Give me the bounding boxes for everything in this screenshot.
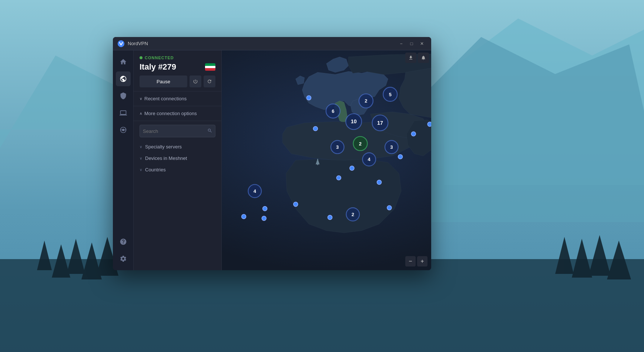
svg-point-14 [118, 40, 124, 47]
map-dot-1 [307, 95, 311, 100]
cluster-node-5[interactable]: 5 [383, 87, 397, 101]
settings-icon [120, 255, 127, 262]
svg-marker-5 [37, 241, 52, 270]
search-input[interactable] [143, 128, 205, 134]
cluster-node-4-left[interactable]: 4 [248, 184, 262, 198]
more-options-label: More connection options [144, 111, 197, 116]
recent-connections-section: ∨ Recent connections [134, 91, 221, 106]
map-dot-12 [242, 214, 246, 219]
sidebar-item-split[interactable] [116, 123, 131, 137]
zoom-out-button[interactable]: − [405, 256, 416, 266]
search-container [134, 121, 221, 141]
cluster-node-4[interactable]: 4 [362, 153, 376, 166]
search-box[interactable] [140, 125, 215, 137]
map-dot-4 [427, 122, 431, 127]
help-icon [120, 238, 127, 245]
recent-connections-header[interactable]: ∨ Recent connections [140, 94, 215, 103]
action-buttons: Pause [140, 76, 215, 87]
map-dot-8 [377, 180, 382, 184]
cluster-node-17[interactable]: 17 [372, 115, 388, 131]
title-bar: NordVPN − □ ✕ [113, 37, 431, 50]
app-body: CONNECTED Italy #279 Pause [113, 50, 431, 270]
map-dot-7 [336, 176, 341, 180]
connected-dot [140, 56, 142, 59]
window-title: NordVPN [128, 41, 396, 46]
meshnet-item[interactable]: ∨ Devices in Meshnet [134, 152, 221, 164]
svg-text:17: 17 [377, 120, 383, 126]
maximize-button[interactable]: □ [407, 39, 416, 48]
sidebar-item-shield[interactable] [116, 88, 131, 103]
refresh-button[interactable] [204, 76, 215, 87]
search-icon[interactable] [207, 128, 212, 134]
cluster-node-10[interactable]: 10 [346, 114, 362, 130]
cluster-node-italy-2[interactable]: 2 [353, 137, 367, 151]
server-name-row: Italy #279 [140, 62, 215, 72]
map-dot-3 [411, 132, 416, 136]
home-icon [120, 58, 127, 66]
globe-icon [120, 75, 127, 83]
sidebar-item-help[interactable] [116, 234, 131, 249]
svg-marker-6 [52, 244, 70, 278]
connected-badge: CONNECTED [140, 56, 215, 60]
close-button[interactable]: ✕ [417, 39, 427, 48]
bell-icon [421, 55, 426, 60]
cluster-node-2-africa[interactable]: 2 [346, 208, 359, 221]
download-button[interactable] [405, 53, 416, 63]
svg-text:2: 2 [352, 212, 354, 217]
more-options-header[interactable]: ∧ More connection options [140, 109, 215, 118]
cluster-node-3-left[interactable]: 3 [331, 141, 344, 154]
notification-button[interactable] [418, 53, 429, 63]
svg-marker-10 [555, 237, 574, 274]
pause-button[interactable]: Pause [140, 76, 187, 87]
map-dot-9 [387, 205, 392, 210]
svg-marker-12 [588, 235, 611, 276]
map-dot-13 [263, 207, 267, 211]
cluster-node-3-right[interactable]: 3 [385, 141, 398, 154]
more-options-chevron: ∧ [140, 111, 142, 115]
svg-point-16 [122, 129, 124, 131]
countries-item[interactable]: ∨ Countries [134, 164, 221, 175]
svg-marker-13 [607, 241, 631, 279]
sidebar-item-map[interactable] [116, 71, 131, 86]
power-icon [193, 79, 198, 84]
map-dot-5 [398, 155, 403, 159]
svg-text:6: 6 [332, 108, 334, 114]
shield-icon [120, 92, 127, 100]
main-panel: CONNECTED Italy #279 Pause [134, 50, 431, 270]
svg-marker-1 [444, 19, 644, 185]
meshnet-chevron: ∨ [140, 156, 142, 160]
minimize-button[interactable]: − [396, 39, 406, 48]
sidebar-item-settings[interactable] [116, 251, 131, 266]
connected-status: CONNECTED [145, 56, 174, 60]
power-button[interactable] [189, 76, 201, 87]
left-panel: CONNECTED Italy #279 Pause [134, 50, 222, 270]
map-dot-6 [350, 166, 354, 170]
top-right-buttons [405, 53, 429, 63]
map-dot-10 [294, 202, 298, 207]
connection-area: CONNECTED Italy #279 Pause [134, 50, 221, 91]
cluster-node-2[interactable]: 2 [359, 94, 373, 108]
world-map: 2 5 6 10 [222, 50, 431, 270]
specialty-servers-item[interactable]: ∨ Specialty servers [134, 141, 221, 152]
map-dot-2 [313, 127, 318, 131]
recent-connections-label: Recent connections [144, 96, 187, 101]
specialty-servers-chevron: ∨ [140, 145, 142, 149]
svg-text:5: 5 [389, 92, 392, 97]
sidebar-item-meshnet[interactable] [116, 105, 131, 120]
svg-marker-11 [572, 239, 592, 278]
zoom-in-button[interactable]: + [417, 256, 427, 266]
svg-text:10: 10 [351, 118, 357, 124]
country-flag-icon [205, 63, 215, 71]
cluster-node-6[interactable]: 6 [326, 104, 340, 118]
map-panel: 2 5 6 10 [222, 50, 431, 270]
map-dot-14 [328, 215, 332, 220]
sidebar-item-home[interactable] [116, 54, 131, 69]
zoom-controls: − + [405, 256, 427, 266]
svg-rect-49 [317, 159, 318, 165]
svg-marker-2 [407, 37, 644, 222]
refresh-icon [207, 79, 212, 84]
split-icon [120, 126, 127, 134]
svg-text:3: 3 [390, 144, 393, 150]
svg-marker-8 [81, 242, 102, 279]
svg-text:3: 3 [336, 144, 339, 150]
